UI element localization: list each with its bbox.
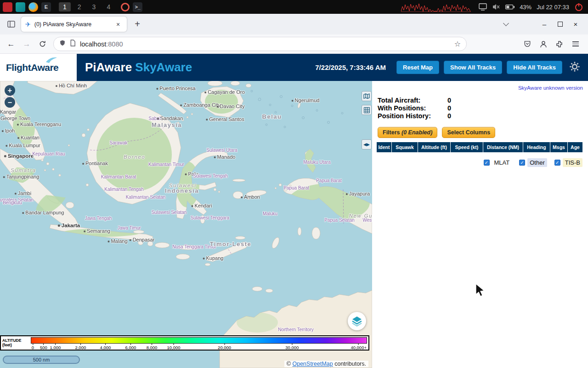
forward-button[interactable]: → <box>19 37 34 52</box>
checkbox-checked-icon[interactable]: ✓ <box>554 160 560 166</box>
map-place-label: Jayapura <box>346 191 370 196</box>
power-button[interactable] <box>574 2 583 12</box>
stat-row: Position History: 0 <box>378 112 588 120</box>
tab-list-chevron-icon[interactable] <box>499 17 513 31</box>
map-place-label: George Town <box>0 115 30 121</box>
city-dot-icon <box>17 124 19 126</box>
minimize-button[interactable]: – <box>537 17 552 31</box>
app-launcher-icon[interactable] <box>3 2 12 12</box>
city-dot-icon <box>3 176 5 178</box>
zoom-out-button[interactable]: − <box>5 97 15 108</box>
openstreetmap-link[interactable]: OpenStreetMap <box>292 361 333 367</box>
bookmark-star-icon[interactable]: ☆ <box>454 40 461 48</box>
stat-row: With Positions: 0 <box>378 104 588 112</box>
workspace-button[interactable]: 3 <box>88 2 100 12</box>
zoom-in-button[interactable]: + <box>5 85 15 96</box>
island-riau-2 <box>46 162 49 165</box>
terminal-app-icon[interactable]: >_ <box>133 2 142 12</box>
checkbox-checked-icon[interactable]: ✓ <box>484 160 490 166</box>
city-dot-icon <box>180 104 182 106</box>
map-place-label: Kuala Terengganu <box>17 121 61 127</box>
hide-all-tracks-button[interactable]: Hide All Tracks <box>507 61 562 74</box>
layers-button[interactable] <box>348 312 366 330</box>
city-dot-icon <box>241 196 243 198</box>
map-place-label: Kalimantan Timur <box>148 162 184 167</box>
map-place-label: Papua Selatan <box>324 218 355 223</box>
city-dot-icon <box>15 193 17 195</box>
filters-button[interactable]: Filters (0 Enabled) <box>378 127 437 138</box>
skyaware-version-link[interactable]: SkyAware unknown version <box>518 85 583 91</box>
source-toggle[interactable]: ✓ TIS-B <box>554 158 582 167</box>
island-riau-4 <box>44 169 46 171</box>
altitude-tick: 30,000 <box>285 344 299 350</box>
clock-readout: 7/22/2025, 7:33:46 AM <box>315 63 386 71</box>
reset-map-button[interactable]: Reset Map <box>396 61 439 74</box>
extensions-icon[interactable] <box>553 37 566 51</box>
editor-app-icon[interactable]: E <box>41 2 51 12</box>
city-dot-icon <box>6 145 7 147</box>
app-icon-ring[interactable] <box>121 3 130 12</box>
show-all-tracks-button[interactable]: Show All Tracks <box>444 61 502 74</box>
map-place-label: Maluku <box>263 211 277 216</box>
map-place-label: Papua Barat <box>316 178 342 183</box>
workspace-button[interactable]: 2 <box>74 2 85 12</box>
city-dot-icon <box>156 88 158 90</box>
menu-icon[interactable] <box>569 37 582 51</box>
island-kai <box>298 227 301 236</box>
column-header[interactable]: Age <box>568 142 582 152</box>
workspace-button[interactable]: 4 <box>102 2 114 12</box>
column-header[interactable]: Speed (kt) <box>451 142 483 152</box>
map-place-label: Pontianak <box>82 161 108 166</box>
column-header[interactable]: Ident <box>377 142 391 152</box>
maximize-button[interactable] <box>552 17 568 31</box>
island-belitung <box>66 202 74 208</box>
source-toggle[interactable]: ✓ Other <box>519 158 547 167</box>
altitude-legend-title: ALTITUDE (feet) <box>2 337 31 347</box>
workspace-switcher: 1234 <box>59 2 114 12</box>
grid-mode-icon[interactable] <box>362 105 372 115</box>
reload-button[interactable] <box>35 37 50 52</box>
column-header[interactable]: Distance (NM) <box>483 142 523 152</box>
tracking-shield-icon[interactable] <box>59 40 66 48</box>
island-aru <box>312 227 320 239</box>
source-toggle[interactable]: ✓ MLAT <box>484 158 512 167</box>
page-title: PiAware SkyAware <box>85 60 192 75</box>
firefox-view-icon[interactable] <box>5 18 17 31</box>
island-riau-1 <box>41 159 44 161</box>
pocket-icon[interactable] <box>520 37 534 51</box>
browser-app-icon[interactable] <box>28 2 38 12</box>
app-icon-teal[interactable] <box>16 2 25 12</box>
flightaware-logo[interactable]: FlightAware <box>0 54 77 81</box>
column-header[interactable]: Altitude (ft) <box>418 142 450 152</box>
altitude-tick: 0 <box>32 344 34 350</box>
map-place-label: Timor-Leste <box>210 241 252 247</box>
select-columns-button[interactable]: Select Columns <box>442 127 495 138</box>
settings-gear-icon[interactable] <box>569 61 581 75</box>
sidebar-toggle-button[interactable]: ◀▶ <box>362 139 372 150</box>
page-info-icon[interactable] <box>70 40 76 48</box>
back-button[interactable]: ← <box>4 37 18 52</box>
window-close-button[interactable]: × <box>568 17 583 31</box>
workspace-button[interactable]: 1 <box>59 2 71 12</box>
map-canvas[interactable]: Hồ Chí Minh Puerto Princesa Cagayan de O… <box>0 81 372 368</box>
new-tab-button[interactable]: + <box>130 17 144 31</box>
map-place-label: Semarang <box>84 228 110 234</box>
column-header[interactable]: Heading <box>523 142 550 152</box>
map-mode-icon[interactable] <box>362 91 372 101</box>
island-madura <box>133 230 144 234</box>
account-icon[interactable] <box>537 37 550 51</box>
column-header[interactable]: Msgs <box>550 142 567 152</box>
island-sumba <box>176 254 190 259</box>
checkbox-checked-icon[interactable]: ✓ <box>519 160 525 166</box>
city-dot-icon <box>84 230 85 232</box>
tab-close-button[interactable]: × <box>113 20 123 29</box>
map-place-label: Singapore <box>4 153 34 159</box>
map-place-label: Maluku Utara <box>303 160 330 165</box>
system-bar: E 1234 >_ 43% Jul 22 07:33 <box>0 0 588 14</box>
column-header[interactable]: Squawk <box>392 142 418 152</box>
browser-tab[interactable]: ✈ (0) PiAware SkyAware × <box>21 17 127 32</box>
altitude-tick: 6,000 <box>125 344 136 350</box>
url-bar[interactable]: localhost:8080 ☆ <box>53 37 467 51</box>
island-banggai-1 <box>214 188 216 191</box>
display-icon <box>479 3 487 11</box>
